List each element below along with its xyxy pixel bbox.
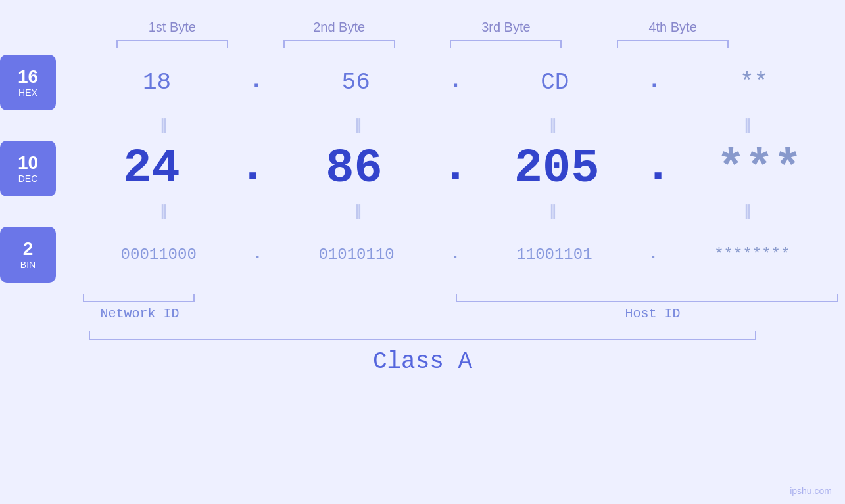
bin-badge-label: BIN [20, 260, 36, 270]
bin-row: 2 BIN 00011000 . 01010110 . 11001101 . *… [0, 227, 845, 283]
bracket-seg2 [256, 40, 423, 48]
bin-b2: 01010110 [264, 246, 449, 263]
eq6: ‖ [260, 203, 455, 220]
dec-b4: *** [673, 142, 845, 196]
eq-row1: ‖ ‖ ‖ ‖ [0, 117, 845, 134]
bracket-line2 [283, 40, 395, 48]
byte3-header: 3rd Byte [423, 20, 590, 35]
id-labels: Network ID Host ID [76, 306, 845, 321]
eq4: ‖ [650, 117, 845, 134]
bin-values: 00011000 . 01010110 . 11001101 . *******… [66, 246, 845, 263]
network-id-label: Network ID [76, 306, 204, 321]
bracket-seg3 [423, 40, 590, 48]
hex-values: 18 . 56 . CD . ** [66, 69, 845, 96]
main-container: 1st Byte 2nd Byte 3rd Byte 4th Byte 16 H… [0, 0, 845, 504]
byte-headers: 1st Byte 2nd Byte 3rd Byte 4th Byte [0, 20, 845, 35]
hex-dot2: . [448, 70, 463, 96]
dec-badge: 10 DEC [0, 141, 56, 196]
bottom-brackets-container [76, 294, 845, 302]
hex-row: 16 HEX 18 . 56 . CD . ** [0, 55, 845, 110]
bin-b4: ******** [660, 246, 845, 263]
bracket-line1 [116, 40, 228, 48]
byte1-header: 1st Byte [89, 20, 256, 35]
bracket-line3 [450, 40, 562, 48]
hex-b4: ** [663, 69, 845, 96]
dec-b2: 86 [268, 142, 440, 196]
network-bracket-wrap [76, 294, 203, 302]
big-bracket [89, 331, 756, 340]
hex-b2: 56 [265, 69, 447, 96]
bin-dot1: . [253, 246, 262, 263]
bin-dot3: . [648, 246, 658, 263]
hex-badge-number: 16 [18, 68, 38, 86]
dec-badge-number: 10 [18, 154, 38, 172]
eq1: ‖ [66, 117, 260, 134]
hex-dot1: . [249, 70, 264, 96]
watermark: ipshu.com [790, 486, 832, 496]
hex-badge: 16 HEX [0, 55, 56, 110]
dec-badge-label: DEC [18, 173, 38, 184]
eq8: ‖ [650, 203, 845, 220]
hex-b1: 18 [66, 69, 248, 96]
bin-b3: 11001101 [462, 246, 647, 263]
bin-b1: 00011000 [66, 246, 251, 263]
bracket-line4 [617, 40, 729, 48]
eq5: ‖ [66, 203, 260, 220]
top-brackets [0, 40, 845, 48]
host-id-label: Host ID [460, 306, 845, 321]
bin-badge: 2 BIN [0, 227, 56, 283]
byte4-header: 4th Byte [589, 20, 756, 35]
dec-b3: 205 [471, 142, 642, 196]
hex-b3: CD [464, 69, 646, 96]
dec-values: 24 . 86 . 205 . *** [66, 142, 845, 196]
bracket-seg4 [589, 40, 756, 48]
bin-badge-number: 2 [23, 240, 34, 258]
eq2: ‖ [260, 117, 455, 134]
dec-b1: 24 [66, 142, 237, 196]
class-label: Class A [373, 348, 472, 375]
spacer [204, 306, 460, 321]
bin-dot2: . [450, 246, 460, 263]
network-bracket [83, 294, 195, 302]
host-bracket [456, 294, 838, 302]
dec-dot3: . [644, 143, 672, 196]
bracket-seg1 [89, 40, 256, 48]
eq-row2: ‖ ‖ ‖ ‖ [0, 203, 845, 220]
eq3: ‖ [456, 117, 650, 134]
hex-dot3: . [647, 70, 662, 96]
eq7: ‖ [456, 203, 650, 220]
dec-row: 10 DEC 24 . 86 . 205 . *** [0, 141, 845, 196]
dec-dot1: . [239, 143, 267, 196]
host-bracket-wrap [203, 294, 456, 302]
hex-badge-label: HEX [18, 87, 37, 98]
dec-dot2: . [441, 143, 470, 196]
byte2-header: 2nd Byte [256, 20, 423, 35]
